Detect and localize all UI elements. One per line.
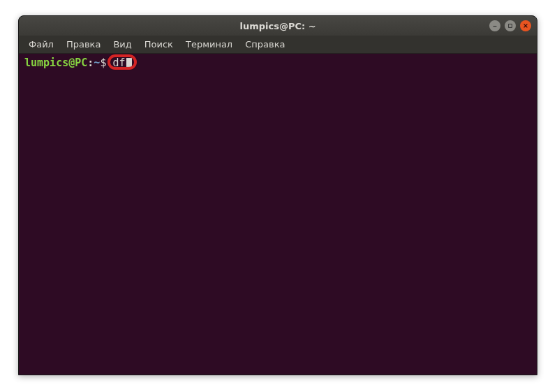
menu-help[interactable]: Справка (239, 37, 290, 52)
menu-terminal[interactable]: Терминал (180, 37, 238, 52)
menu-edit[interactable]: Правка (61, 37, 106, 52)
maximize-button[interactable] (505, 20, 516, 31)
svg-rect-1 (509, 24, 512, 28)
window-title: lumpics@PC: ~ (239, 21, 315, 31)
terminal-window: lumpics@PC: ~ Файл Правка Вид Поиск Терм… (18, 15, 537, 375)
menu-search[interactable]: Поиск (139, 37, 179, 52)
window-controls (489, 20, 531, 31)
menubar: Файл Правка Вид Поиск Терминал Справка (19, 36, 537, 54)
terminal-body[interactable]: lumpics@PC:~$ df (19, 54, 537, 375)
titlebar[interactable]: lumpics@PC: ~ (19, 16, 537, 36)
prompt-dollar: $ (100, 56, 106, 69)
close-icon (523, 23, 528, 29)
maximize-icon (507, 23, 513, 29)
prompt-colon: : (87, 56, 94, 69)
command-text: df (112, 56, 125, 69)
close-button[interactable] (520, 20, 531, 31)
minimize-icon (492, 23, 498, 29)
cursor (126, 58, 132, 69)
prompt-user: lumpics@PC (24, 56, 87, 69)
menu-file[interactable]: Файл (23, 37, 59, 52)
menu-view[interactable]: Вид (107, 37, 137, 52)
minimize-button[interactable] (489, 20, 500, 31)
